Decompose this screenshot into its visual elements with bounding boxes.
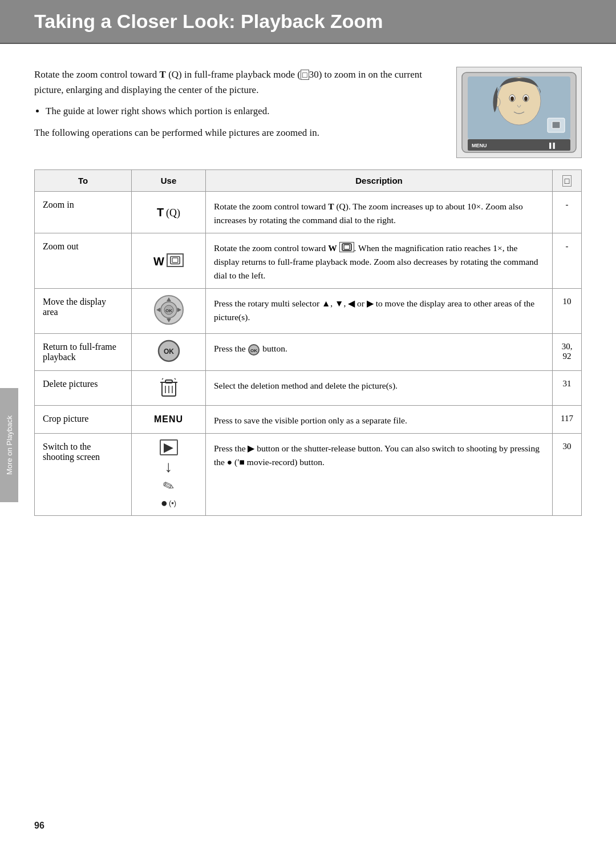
row-return-use: OK (132, 334, 206, 371)
row-crop-use: MENU (132, 406, 206, 434)
trash-icon (160, 377, 178, 397)
row-move-to: Move the display area (35, 289, 132, 334)
row-delete-ref: 31 (553, 371, 582, 406)
row-zoom-in-ref: - (553, 192, 582, 233)
col-header-ref: □ (553, 170, 582, 192)
row-shoot-use: ▶ ↓ ✎ ● (▪) (132, 434, 206, 516)
row-crop-desc: Press to save the visible portion only a… (206, 406, 553, 434)
row-zoom-out-ref: - (553, 233, 582, 289)
col-header-description: Description (206, 170, 553, 192)
svg-point-6 (524, 96, 528, 101)
col-header-to: To (35, 170, 132, 192)
svg-line-36 (175, 378, 176, 379)
side-tab-label: More on Playback (5, 415, 14, 475)
table-row: Switch to the shooting screen ▶ ↓ ✎ ● (35, 434, 582, 516)
main-content: Rotate the zoom control toward T (Q) in … (0, 44, 616, 539)
col-header-use: Use (132, 170, 206, 192)
main-table: To Use Description □ Zoom in (34, 169, 582, 516)
arrow-down-icon: ↓ (165, 458, 173, 476)
svg-rect-16 (344, 245, 350, 249)
row-zoom-out-desc: Rotate the zoom control toward W . When … (206, 233, 553, 289)
intro-bullet-list: The guide at lower right shows which por… (46, 103, 439, 119)
row-return-ref: 30, 92 (553, 334, 582, 371)
side-tab: More on Playback (0, 388, 18, 502)
camera-image: MENU ▐▐ (456, 67, 582, 158)
row-zoom-out-use: W (132, 233, 206, 289)
page-container: More on Playback Taking a Closer Look: P… (0, 0, 616, 848)
table-header-row: To Use Description □ (35, 170, 582, 192)
svg-point-5 (510, 96, 514, 101)
row-shoot-desc: Press the ▶ button or the shutter-releas… (206, 434, 553, 516)
row-zoom-in-use: T (Q) (132, 192, 206, 233)
svg-text:OK: OK (165, 308, 172, 313)
menu-symbol: MENU (154, 414, 183, 424)
intro-paragraph2: The following operations can be performe… (34, 125, 439, 140)
table-row: Zoom in T (Q) Rotate the zoom control to… (35, 192, 582, 233)
row-move-desc: Press the rotary multi selector ▲, ▼, ◀ … (206, 289, 553, 334)
camera-illustration: MENU ▐▐ (459, 70, 579, 155)
intro-section: Rotate the zoom control toward T (Q) in … (34, 67, 582, 158)
table-row: Return to full-frame playback OK Press t… (35, 334, 582, 371)
row-crop-ref: 117 (553, 406, 582, 434)
svg-rect-14 (172, 258, 178, 263)
row-zoom-in-desc: Rotate the zoom control toward T (Q). Th… (206, 192, 553, 233)
svg-rect-9 (552, 122, 560, 128)
row-delete-to: Delete pictures (35, 371, 132, 406)
intro-paragraph1: Rotate the zoom control toward T (Q) in … (34, 67, 439, 98)
table-row: Delete pictures (35, 371, 582, 406)
page-header: Taking a Closer Look: Playback Zoom (0, 0, 616, 44)
row-crop-to: Crop picture (35, 406, 132, 434)
table-row: Crop picture MENU Press to save the visi… (35, 406, 582, 434)
table-row: Move the display area OK (35, 289, 582, 334)
row-zoom-in-to: Zoom in (35, 192, 132, 233)
play-button-icon: ▶ (160, 439, 178, 455)
row-zoom-out-to: Zoom out (35, 233, 132, 289)
rotary-selector-icon: OK (153, 294, 184, 325)
row-return-desc: Press the OK button. (206, 334, 553, 371)
shutter-icon: ✎ (160, 477, 176, 496)
svg-line-35 (162, 378, 163, 379)
row-delete-use (132, 371, 206, 406)
row-shoot-ref: 30 (553, 434, 582, 516)
row-delete-desc: Select the deletion method and delete th… (206, 371, 553, 406)
row-move-ref: 10 (553, 289, 582, 334)
movie-record-icon: ● (▪) (161, 496, 176, 510)
row-shoot-to: Switch to the shooting screen (35, 434, 132, 516)
ok-button-icon: OK (157, 340, 180, 362)
svg-text:OK: OK (164, 348, 174, 356)
svg-text:▐▐: ▐▐ (548, 142, 555, 149)
svg-text:MENU: MENU (472, 143, 487, 148)
shoot-icons-stack: ▶ ↓ ✎ ● (▪) (140, 439, 197, 510)
row-return-to: Return to full-frame playback (35, 334, 132, 371)
svg-text:OK: OK (250, 348, 257, 353)
table-row: Zoom out W Rotate the zoom control towar… (35, 233, 582, 289)
svg-rect-31 (165, 380, 172, 383)
intro-bullet1: The guide at lower right shows which por… (46, 103, 439, 119)
page-title: Taking a Closer Look: Playback Zoom (34, 10, 582, 33)
intro-text: Rotate the zoom control toward T (Q) in … (34, 67, 439, 158)
row-move-use: OK (132, 289, 206, 334)
page-number: 96 (34, 821, 44, 831)
